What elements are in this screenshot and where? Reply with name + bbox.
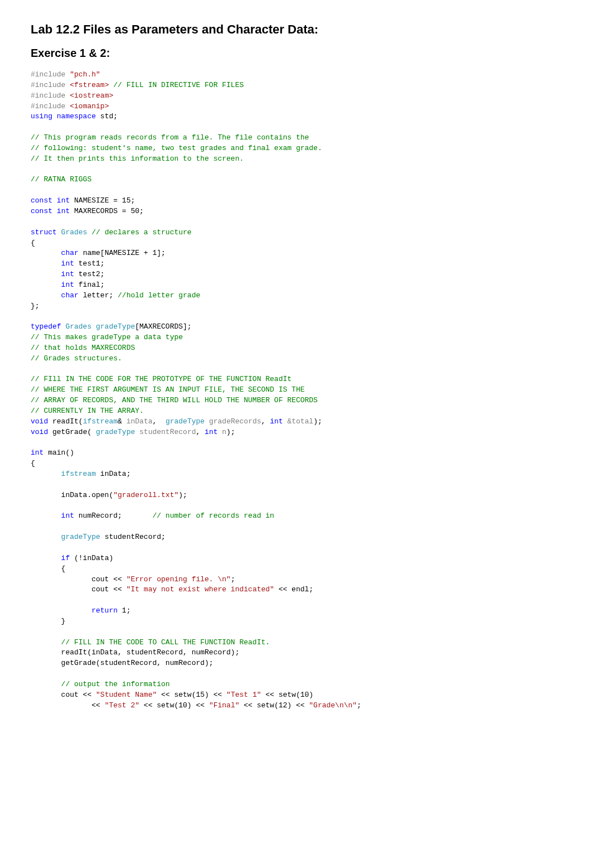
code-text: name[NAMESIZE + 1]; xyxy=(79,249,166,257)
code-text: "Student Name" xyxy=(96,691,157,699)
code-text: "Test 2" xyxy=(105,701,139,710)
code-text: int xyxy=(270,417,283,426)
code-comment: // CURRENTLY IN THE ARRAY. xyxy=(31,407,144,415)
code-comment: // FILL IN THE CODE TO CALL THE FUNCTION… xyxy=(31,638,270,647)
code-comment: // declares a structure xyxy=(87,228,191,237)
code-text: << setw(15) << xyxy=(157,691,226,699)
code-text: #include xyxy=(31,91,65,100)
code-text: studentRecord; xyxy=(100,533,166,541)
code-text: ; xyxy=(357,701,361,710)
code-comment: // FIll IN THE CODE FOR THE PROTOTYPE OF… xyxy=(31,375,292,383)
code-text: return xyxy=(91,606,118,615)
code-text: "graderoll.txt" xyxy=(113,491,178,499)
code-text: void xyxy=(31,428,48,436)
code-text: }; xyxy=(31,302,40,310)
code-text: char xyxy=(61,249,79,257)
code-text: int xyxy=(61,270,74,278)
code-text: // FILL IN DIRECTIVE FOR FILES xyxy=(109,81,244,89)
code-text: int xyxy=(205,428,217,436)
code-text: ); xyxy=(226,428,235,436)
code-text: ifstream xyxy=(61,470,96,478)
code-text: (!inData) xyxy=(70,554,113,562)
code-text: "Grade\n\n" xyxy=(309,701,357,710)
code-text: char xyxy=(61,291,79,300)
code-text: &total xyxy=(283,417,314,426)
code-text: { xyxy=(31,239,35,247)
code-text: if xyxy=(61,554,70,562)
code-text: << xyxy=(31,701,105,710)
code-text: , xyxy=(152,417,161,426)
code-text: using xyxy=(31,112,52,120)
code-text: test1; xyxy=(74,259,105,268)
code-comment: // This makes gradeType a data type xyxy=(31,333,183,341)
code-text: n xyxy=(218,428,227,436)
code-text: gradeType xyxy=(161,417,205,426)
code-comment: // output the information xyxy=(31,680,170,688)
code-text: ifstream xyxy=(83,417,118,426)
code-text: & xyxy=(118,417,127,426)
code-text: getGrade(studentRecord, numRecord); xyxy=(31,659,213,667)
code-text: main() xyxy=(43,449,74,457)
code-text: ); xyxy=(178,491,187,499)
code-text: { xyxy=(31,459,35,467)
code-text: <iostream> xyxy=(65,91,113,100)
code-comment: // RATNA RIGGS xyxy=(31,175,91,184)
code-text: gradeType xyxy=(61,533,100,541)
code-text: "Test 1" xyxy=(226,691,261,699)
code-text: } xyxy=(31,617,65,625)
code-text: final; xyxy=(74,281,105,289)
code-text: readIt( xyxy=(48,417,83,426)
code-text: "Error opening file. \n" xyxy=(127,575,231,584)
code-text: <iomanip> xyxy=(65,102,109,110)
code-text: , xyxy=(261,417,270,426)
code-text: const xyxy=(31,196,52,205)
code-text: numRecord; xyxy=(74,512,122,520)
code-text: void xyxy=(31,417,48,426)
code-comment: // WHERE THE FIRST ARGUMENT IS AN INPUT … xyxy=(31,385,304,394)
code-text: struct xyxy=(31,228,57,237)
code-text: letter; xyxy=(79,291,113,300)
page-title: Lab 12.2 Files as Parameters and Charact… xyxy=(31,22,561,37)
code-text: getGrade( xyxy=(48,428,91,436)
code-comment: // following: student's name, two test g… xyxy=(31,144,322,152)
code-text: test2; xyxy=(74,270,105,278)
code-text: "Final" xyxy=(209,701,240,710)
code-comment: // number of records read in xyxy=(122,512,274,520)
code-text: namespace xyxy=(52,112,96,120)
code-text: #include xyxy=(31,70,65,79)
code-text: Grades xyxy=(57,228,88,237)
code-text: inData; xyxy=(96,470,130,478)
code-text: << setw(10) << xyxy=(139,701,209,710)
code-comment: // that holds MAXRECORDS xyxy=(31,344,135,352)
code-text: int xyxy=(57,207,70,215)
code-text: "pch.h" xyxy=(65,70,100,79)
code-text: 1; xyxy=(118,606,130,615)
code-comment: // This program reads records from a fil… xyxy=(31,133,309,142)
code-text: cout << xyxy=(31,691,96,699)
code-text: inData.open( xyxy=(31,491,113,499)
code-text: << endl; xyxy=(274,585,313,594)
code-text: studentRecord xyxy=(139,428,196,436)
code-text: readIt(inData, studentRecord, numRecord)… xyxy=(31,648,239,657)
code-comment: // Grades structures. xyxy=(31,354,122,363)
code-text: "It may not exist where indicated" xyxy=(127,585,274,594)
code-text: int xyxy=(61,259,74,268)
code-text: int xyxy=(57,196,70,205)
code-comment: // ARRAY OF RECORDS, AND THE THIRD WILL … xyxy=(31,396,318,404)
code-text: gradeRecords xyxy=(209,417,261,426)
code-text: << setw(12) << xyxy=(239,701,309,710)
code-text: int xyxy=(61,512,74,520)
code-text: #include xyxy=(31,102,65,110)
code-text: , xyxy=(196,428,205,436)
code-text: NAMESIZE = 15; xyxy=(70,196,135,205)
code-text: ); xyxy=(313,417,322,426)
code-text: << setw(10) xyxy=(261,691,314,699)
code-text: inData xyxy=(127,417,153,426)
code-text: Grades xyxy=(61,322,92,331)
code-text: gradeType xyxy=(91,428,135,436)
code-text: typedef xyxy=(31,322,61,331)
code-text: int xyxy=(31,449,43,457)
code-comment: //hold letter grade xyxy=(113,291,200,300)
code-text: std; xyxy=(96,112,118,120)
code-text: gradeType xyxy=(91,322,135,331)
